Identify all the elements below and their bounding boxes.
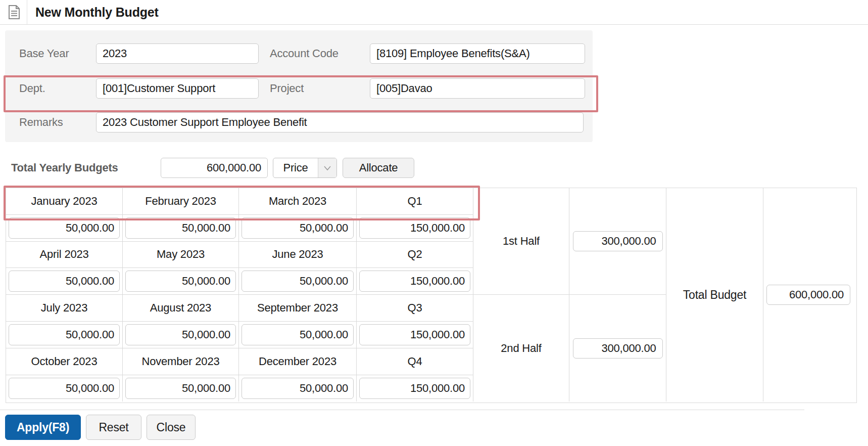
quarter-value-cell [357,215,473,242]
total-budget-value-cell [763,188,853,402]
month-value-cell [6,215,123,242]
quarter-header: Q3 [357,295,473,322]
month-value-cell [6,375,123,402]
account-code-label: Account Code [270,43,339,64]
quarter-value-input[interactable] [359,217,470,239]
remarks-field[interactable] [96,112,584,132]
budget-type-selected-value: Price [273,158,318,177]
reset-button[interactable]: Reset [86,415,141,440]
month-value-input[interactable] [9,324,120,345]
month-value-cell [239,268,357,295]
quarter-value-input[interactable] [359,378,470,399]
month-value-cell [123,375,239,402]
half-value-input[interactable] [573,338,663,359]
month-header: May 2023 [123,242,239,269]
month-value-input[interactable] [242,378,354,399]
chevron-down-icon [318,158,336,177]
titlebar-divider [27,0,27,24]
quarter-value-input[interactable] [359,324,470,345]
quarter-value-input[interactable] [359,271,470,292]
second-half-label: 2nd Half [473,295,569,402]
month-header: February 2023 [123,188,239,215]
quarter-header: Q4 [357,348,473,375]
close-button[interactable]: Close [147,415,196,440]
month-header: August 2023 [123,295,239,322]
month-value-input[interactable] [9,271,120,292]
month-header: September 2023 [239,295,357,322]
month-header: April 2023 [6,242,123,269]
title-bar: New Monthly Budget [0,0,868,25]
month-value-input[interactable] [242,217,354,239]
month-value-cell [6,268,123,295]
month-value-input[interactable] [125,271,236,292]
base-year-label: Base Year [19,43,69,64]
month-value-input[interactable] [242,271,354,292]
month-header: March 2023 [239,188,357,215]
monthly-budget-table: January 2023 February 2023 March 2023 Q1… [6,188,857,403]
month-header: January 2023 [6,188,123,215]
month-header: October 2023 [6,348,123,375]
month-header: June 2023 [239,242,357,269]
budget-window: New Monthly Budget Base Year Account Cod… [0,0,868,446]
month-value-input[interactable] [125,378,236,399]
quarter-header: Q2 [357,242,473,269]
month-value-cell [6,322,123,348]
dept-field[interactable] [96,78,259,99]
first-half-label: 1st Half [473,188,569,295]
month-header: July 2023 [6,295,123,322]
month-value-cell [123,322,239,348]
month-value-cell [123,215,239,242]
yearly-amount-field[interactable] [161,158,268,178]
month-value-cell [123,268,239,295]
month-value-input[interactable] [125,324,236,345]
quarter-value-cell [357,375,473,402]
quarter-header: Q1 [357,188,473,215]
account-code-field[interactable] [370,43,585,64]
month-header: November 2023 [123,348,239,375]
quarter-value-cell [357,268,473,295]
half-value-input[interactable] [573,231,663,251]
second-half-value-cell [569,295,666,402]
quarter-value-cell [357,322,473,348]
total-yearly-budgets-label: Total Yearly Budgets [11,158,118,178]
month-value-input[interactable] [242,324,354,345]
total-budget-input[interactable] [766,285,850,305]
month-value-input[interactable] [125,217,236,239]
month-header: December 2023 [239,348,357,375]
month-value-cell [239,375,357,402]
remarks-label: Remarks [19,112,63,132]
allocate-button[interactable]: Allocate [343,158,414,178]
dept-label: Dept. [19,78,45,99]
page-title: New Monthly Budget [35,0,159,24]
apply-button[interactable]: Apply(F8) [5,415,81,440]
base-year-field[interactable] [96,43,259,64]
budget-type-select[interactable]: Price [273,158,337,178]
month-value-cell [239,215,357,242]
first-half-value-cell [569,188,666,295]
project-label: Project [270,78,304,99]
month-value-input[interactable] [9,217,120,239]
form-panel: Base Year Account Code Dept. Project Rem… [5,30,593,142]
project-field[interactable] [370,78,585,99]
month-value-cell [239,322,357,348]
month-value-input[interactable] [9,378,120,399]
total-budget-label: Total Budget [666,188,763,402]
footer-divider [0,410,804,410]
document-icon [8,5,20,19]
